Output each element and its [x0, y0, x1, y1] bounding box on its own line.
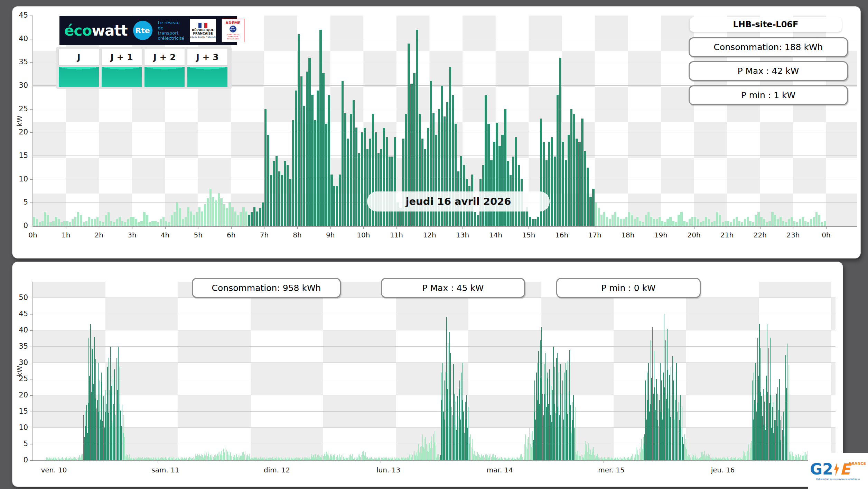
forecast-day-button-3[interactable]: J + 3 [187, 49, 227, 87]
x-tick-label: 4h [151, 231, 179, 239]
republique-line2: FRANÇAISE [193, 32, 213, 35]
g2e-logo: G2 E FRANCE [810, 462, 866, 477]
x-tick-mark [33, 226, 33, 229]
x-tick-label: 1h [52, 231, 80, 239]
day-tick-label: sam. 11 [141, 466, 190, 474]
x-tick-mark [99, 226, 99, 229]
y-tick-mark [30, 428, 33, 428]
g2e-g2-text: G2 [810, 462, 833, 477]
forecast-day-button-2[interactable]: J + 2 [144, 49, 185, 87]
ecowatt-signal-icon [102, 67, 142, 87]
day-tick-mark [492, 461, 492, 463]
day-tick-label: dim. 12 [253, 466, 301, 474]
ademe-tagline: AGENCE DE LA TRANSITION ÉCOLOGIQUE [222, 34, 244, 40]
ecowatt-signal-icon [59, 67, 99, 87]
y-tick-mark [30, 314, 33, 314]
forecast-day-label: J + 3 [187, 49, 227, 65]
selected-date-label: jeudi 16 avril 2026 [367, 191, 550, 211]
y-tick-mark [30, 109, 33, 110]
republique-motto: Liberté Égalité Fraternité [190, 36, 216, 38]
x-tick-label: 0h [812, 231, 840, 239]
x-tick-label: 6h [217, 231, 245, 239]
ecowatt-signal-icon [144, 67, 185, 87]
x-tick-mark [760, 226, 760, 229]
g2e-lightning-icon [833, 462, 840, 477]
y-tick-label: 40 [8, 326, 28, 334]
y-tick-label: 45 [8, 11, 28, 19]
y-tick-mark [30, 226, 33, 226]
x-tick-label: 21h [713, 231, 741, 239]
x-tick-label: 7h [250, 231, 278, 239]
x-tick-label: 8h [283, 231, 311, 239]
rte-tagline: Le réseau de transport d'électricité [158, 20, 185, 41]
y-tick-mark [30, 363, 33, 363]
y-tick-mark [30, 156, 33, 156]
day-tick-label: mar. 14 [476, 466, 524, 474]
x-tick-label: 15h [515, 231, 542, 239]
x-tick-mark [595, 226, 595, 229]
forecast-day-label: J [59, 49, 99, 65]
day-tick-mark [158, 461, 158, 463]
daily-x-axis [33, 226, 857, 227]
x-tick-mark [463, 226, 463, 229]
y-tick-mark [30, 62, 33, 63]
day-tick-mark [604, 461, 604, 463]
x-tick-label: 23h [779, 231, 807, 239]
weekly-y-axis [32, 282, 33, 461]
x-tick-label: 22h [746, 231, 774, 239]
forecast-day-button-1[interactable]: J + 1 [102, 49, 142, 87]
x-tick-mark [694, 226, 694, 229]
x-tick-label: 5h [184, 231, 212, 239]
y-tick-label: 30 [8, 358, 28, 367]
ecowatt-signal-icon [187, 67, 227, 87]
y-tick-label: 25 [8, 375, 28, 383]
x-tick-mark [529, 226, 529, 229]
x-tick-mark [727, 226, 727, 229]
forecast-day-button-0[interactable]: J [59, 49, 99, 87]
x-tick-label: 17h [581, 231, 609, 239]
y-tick-label: 20 [8, 128, 28, 136]
y-tick-label: 30 [8, 81, 28, 90]
x-tick-mark [562, 226, 562, 229]
y-tick-mark [30, 379, 33, 379]
site-title: LHB-site-L06F [690, 17, 842, 32]
y-tick-label: 5 [8, 198, 28, 206]
x-tick-label: 10h [349, 231, 377, 239]
y-tick-mark [30, 16, 33, 16]
forecast-day-label: J + 1 [102, 49, 142, 65]
x-tick-mark [430, 226, 430, 229]
ademe-globe-icon [229, 25, 237, 33]
ademe-logo: ADEME AGENCE DE LA TRANSITION ÉCOLOGIQUE [222, 19, 244, 42]
y-tick-label: 25 [8, 105, 28, 113]
x-tick-label: 16h [548, 231, 576, 239]
ecowatt-eco-text: éco [64, 22, 92, 39]
x-tick-mark [363, 226, 364, 229]
x-tick-label: 11h [383, 231, 410, 239]
republique-francaise-logo: RÉPUBLIQUE FRANÇAISE Liberté Égalité Fra… [190, 19, 216, 42]
x-tick-label: 20h [680, 231, 708, 239]
weekly-bar [788, 365, 789, 460]
y-tick-label: 0 [8, 456, 28, 464]
x-tick-label: 19h [647, 231, 675, 239]
x-tick-mark [330, 226, 331, 229]
y-tick-mark [30, 412, 33, 412]
x-tick-label: 3h [118, 231, 146, 239]
x-tick-mark [661, 226, 661, 229]
g2e-france-text: FRANCE [849, 462, 866, 466]
x-tick-label: 9h [317, 231, 344, 239]
x-tick-label: 2h [85, 231, 113, 239]
weekly-consumption-stat: Consommation: 958 kWh [192, 278, 341, 298]
daily-y-axis [32, 16, 33, 227]
day-tick-mark [381, 461, 381, 463]
g2e-tagline: Optimisation des ressources énergétiques [816, 478, 860, 480]
daily-pmax-stat: P Max : 42 kW [689, 61, 848, 81]
y-tick-mark [30, 347, 33, 347]
y-tick-mark [30, 203, 33, 203]
ecowatt-dashboard: 0510152025303540450h1h2h3h4h5h6h7h8h9h10… [0, 0, 868, 489]
x-tick-label: 12h [416, 231, 444, 239]
y-tick-label: 15 [8, 407, 28, 415]
ecowatt-logo-strip: écowatt Rte Le réseau de transport d'éle… [59, 16, 237, 45]
day-tick-mark [46, 461, 46, 463]
y-tick-label: 10 [8, 175, 28, 183]
day-tick-label: lun. 13 [364, 466, 413, 474]
